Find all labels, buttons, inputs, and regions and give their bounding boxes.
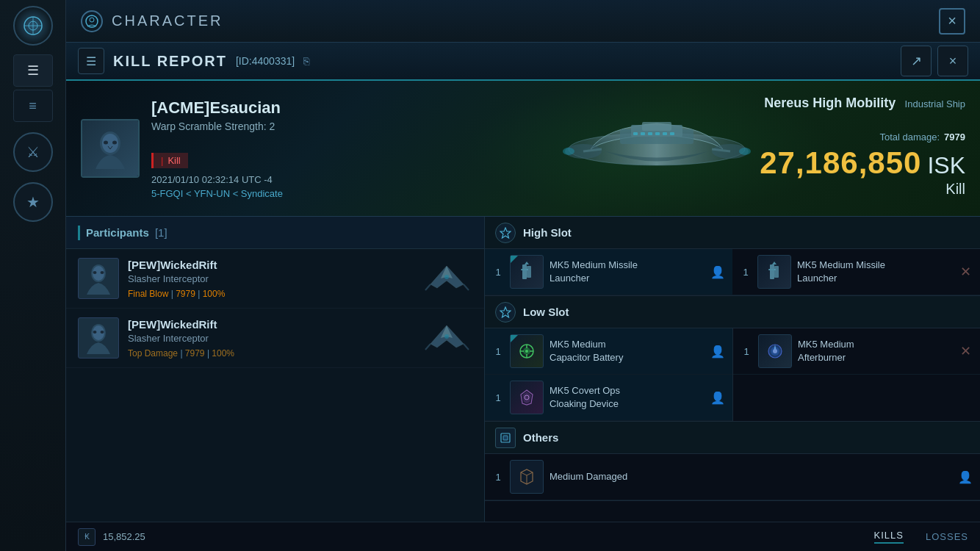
missile-launcher-icon-2 — [757, 255, 791, 289]
participants-header: Participants [1] — [66, 217, 484, 249]
participant-role-1: Final Blow | 7979 | 100% — [128, 289, 412, 299]
high-slot-header: High Slot — [485, 217, 980, 249]
high-slot-icon — [495, 223, 516, 243]
participant-info-1: [PEW]WickedRift Slasher Interceptor Fina… — [128, 259, 412, 299]
low-slot-item-left-2[interactable]: 1 MK5 Covert OpsCloaking Device � — [485, 375, 732, 421]
participant-row-2[interactable]: [PEW]WickedRift Slasher Interceptor Top … — [66, 309, 484, 368]
victim-avatar — [81, 119, 140, 178]
kr-header: ☰ KILL REPORT [ID:4400331] ⎘ ↗ × — [66, 43, 980, 81]
participants-title: Participants — [86, 226, 149, 239]
svg-rect-18 — [633, 132, 638, 135]
page-title: CHARACTER — [112, 12, 223, 29]
slot-person-l2: 👤 — [710, 391, 725, 405]
svg-point-58 — [773, 349, 777, 353]
svg-point-5 — [90, 18, 94, 22]
avatar-placeholder — [82, 120, 138, 176]
sidebar-logo[interactable] — [13, 6, 53, 46]
slot-qty-r: 1 — [740, 267, 752, 278]
svg-rect-47 — [774, 266, 779, 278]
participant-ship-img-1 — [421, 260, 472, 297]
tab-losses[interactable]: Losses — [926, 531, 968, 542]
svg-point-9 — [112, 140, 117, 144]
slot-item-name-r1: MK5 MediumAfterburner — [798, 338, 952, 364]
svg-rect-13 — [642, 122, 671, 131]
main-panel: CHARACTER × ☰ KILL REPORT [ID:4400331] ⎘… — [66, 0, 980, 551]
svg-line-38 — [425, 344, 430, 350]
participant-role-2: Top Damage | 7979 | 100% — [128, 348, 412, 359]
participant-row[interactable]: [PEW]WickedRift Slasher Interceptor Fina… — [66, 249, 484, 309]
svg-rect-19 — [641, 132, 645, 135]
isk-icon: ₭ — [78, 528, 96, 546]
participant-avatar-1 — [78, 258, 119, 299]
participants-panel: Participants [1] — [66, 217, 485, 522]
participant-ship-2: Slasher Interceptor — [128, 333, 412, 344]
others-header: Others — [485, 422, 980, 454]
low-slot-item-right-1[interactable]: 1 MK5 MediumAfterburner — [733, 328, 980, 375]
slot-remove-btn-1[interactable]: ✕ — [958, 264, 973, 280]
victim-ship-visual — [539, 88, 774, 209]
bottom-bar: ₭ 15,852.25 Kills Losses — [66, 522, 980, 551]
slot-item-name-r1: MK5 Medium MissileLauncher — [797, 259, 952, 285]
bottom-isk-value: 15,852.25 — [103, 531, 145, 542]
kr-title: KILL REPORT — [113, 53, 227, 70]
svg-point-4 — [86, 15, 98, 27]
kr-hero: [ACME]Esaucian Warp Scramble Strength: 2… — [66, 81, 980, 217]
kr-header-actions: ↗ × — [901, 46, 968, 76]
svg-line-31 — [425, 284, 430, 290]
svg-marker-46 — [772, 262, 777, 264]
low-slot-title: Low Slot — [523, 306, 569, 318]
sidebar-combat-btn[interactable]: ⚔ — [13, 132, 53, 172]
kr-close-icon: × — [949, 54, 957, 69]
kr-export-btn[interactable]: ↗ — [901, 46, 932, 76]
kill-type-label: Kill — [760, 181, 965, 198]
bottom-right: Kills Losses — [485, 530, 980, 544]
tab-kills[interactable]: Kills — [874, 530, 904, 544]
slot-person-icon-1: 👤 — [710, 265, 725, 279]
participant-ship-img-2 — [421, 320, 472, 356]
high-slot-item-right-1[interactable]: 1 MK5 Medium MissileLauncher ✕ — [732, 249, 980, 295]
low-slot-right-col: 1 MK5 MediumAfterburner — [732, 328, 980, 421]
location-text[interactable]: 5-FGQI < YFN-UN < Syndicate — [151, 188, 283, 199]
kill-badge: Kill — [151, 153, 188, 168]
top-bar: CHARACTER × — [66, 0, 980, 43]
sidebar-star-btn[interactable]: ★ — [13, 182, 53, 222]
menu-icon: ☰ — [27, 62, 39, 79]
isk-unit: ISK — [927, 152, 965, 179]
participant-name-1: [PEW]WickedRift — [128, 259, 412, 271]
kr-close-btn[interactable]: × — [937, 46, 968, 76]
svg-rect-22 — [663, 132, 667, 135]
high-slot-item-left-1[interactable]: 1 MK5 Medium MissileLauncher — [485, 249, 732, 295]
low-slot-section: Low Slot 1 — [485, 296, 980, 422]
svg-rect-21 — [655, 132, 660, 135]
sidebar-menu-btn[interactable]: ☰ — [13, 54, 53, 87]
export-icon: ↗ — [911, 53, 922, 69]
high-slot-section: High Slot 1 — [485, 217, 980, 296]
svg-line-39 — [464, 344, 469, 350]
svg-point-29 — [101, 271, 104, 274]
slot-qty-l2: 1 — [492, 392, 504, 403]
participant-ship-1: Slasher Interceptor — [128, 273, 412, 284]
others-item-1[interactable]: 1 Medium Damaged 👤 — [485, 454, 980, 500]
damage-label: Total damage: — [879, 132, 940, 143]
top-bar-close-btn[interactable]: × — [939, 8, 965, 35]
svg-rect-23 — [670, 132, 674, 135]
svg-point-35 — [93, 331, 97, 334]
damage-value: 7979 — [944, 132, 965, 143]
low-slot-left-col: 1 — [485, 328, 732, 421]
sidebar-nav-btn[interactable]: ≡ — [13, 90, 53, 122]
kill-report-panel: ☰ KILL REPORT [ID:4400331] ⎘ ↗ × — [66, 43, 980, 551]
low-slot-header: Low Slot — [485, 296, 980, 328]
slot-remove-btn-r1[interactable]: ✕ — [958, 343, 973, 359]
kr-copy-btn[interactable]: ⎘ — [303, 55, 309, 67]
kr-menu-btn[interactable]: ☰ — [78, 48, 104, 74]
character-icon — [81, 10, 103, 32]
participants-bar — [78, 226, 80, 240]
others-title: Others — [523, 431, 558, 444]
battery-icon — [510, 334, 544, 368]
svg-point-8 — [104, 140, 108, 144]
participant-info-2: [PEW]WickedRift Slasher Interceptor Top … — [128, 318, 412, 359]
low-slot-item-left-1[interactable]: 1 — [485, 328, 732, 375]
slot-person-l1: 👤 — [710, 345, 725, 359]
low-slot-grid: 1 — [485, 328, 980, 421]
svg-point-28 — [93, 271, 97, 274]
